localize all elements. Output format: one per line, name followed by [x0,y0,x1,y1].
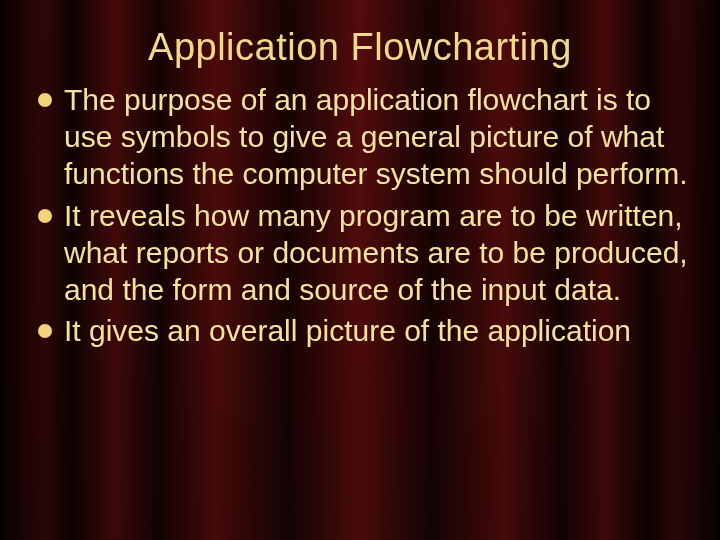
bullet-text: It gives an overall picture of the appli… [64,314,631,347]
slide-title: Application Flowcharting [0,0,720,77]
slide: Application Flowcharting The purpose of … [0,0,720,540]
bullet-text: It reveals how many program are to be wr… [64,199,688,306]
slide-body: The purpose of an application flowchart … [0,77,720,349]
bullet-text: The purpose of an application flowchart … [64,83,688,190]
bullet-item: It gives an overall picture of the appli… [38,312,688,349]
bullet-item: It reveals how many program are to be wr… [38,197,688,309]
bullet-item: The purpose of an application flowchart … [38,81,688,193]
